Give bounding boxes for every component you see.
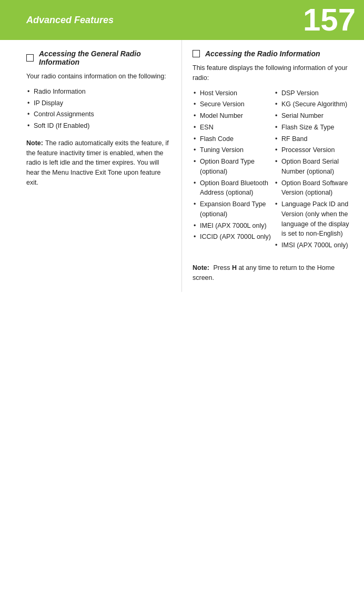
doc-icon-right bbox=[193, 50, 200, 57]
list-item: Control Assignments bbox=[26, 109, 173, 119]
doc-icon bbox=[26, 54, 34, 62]
page-title: Advanced Features bbox=[26, 15, 114, 26]
list-item: Serial Number bbox=[274, 111, 356, 121]
list-item: Language Pack ID and Version (only when … bbox=[274, 199, 356, 239]
list-item: Soft ID (If Enabled) bbox=[26, 121, 173, 131]
list-item: Model Number bbox=[193, 111, 274, 121]
note-label: Note: bbox=[26, 139, 43, 147]
list-item: Flash Code bbox=[193, 134, 274, 144]
list-item: Expansion Board Type (optional) bbox=[193, 199, 274, 219]
list-item: Option Board Serial Number (optional) bbox=[274, 157, 356, 177]
list-item: Host Version bbox=[193, 88, 274, 98]
list-item: RF Band bbox=[274, 134, 356, 144]
list-item: IMSI (APX 7000L only) bbox=[274, 240, 356, 250]
right-section-intro: This feature displays the following info… bbox=[193, 63, 356, 83]
list-item: IMEI (APX 7000L only) bbox=[193, 221, 274, 231]
list-item: Option Board Bluetooth Address (optional… bbox=[193, 178, 274, 198]
right-note-prefix: Press bbox=[213, 264, 231, 271]
content-area: Accessing the General Radio Information … bbox=[0, 40, 364, 292]
list-item: Flash Size & Type bbox=[274, 123, 356, 133]
right-bullet-list-col1: Host Version Secure Version Model Number… bbox=[193, 88, 274, 243]
right-two-col-lists: Host Version Secure Version Model Number… bbox=[193, 88, 356, 258]
list-item: Processor Version bbox=[274, 145, 356, 155]
right-col1: Host Version Secure Version Model Number… bbox=[193, 88, 274, 258]
list-item: Secure Version bbox=[193, 99, 274, 109]
page-number: 157 bbox=[303, 4, 356, 36]
left-note: Note:The radio automatically exits the f… bbox=[26, 138, 173, 188]
left-section-intro: Your radio contains information on the f… bbox=[26, 72, 173, 82]
list-item: KG (Secure Algorithm) bbox=[274, 99, 356, 109]
left-column: Accessing the General Radio Information … bbox=[0, 40, 182, 292]
list-item: Radio Information bbox=[26, 87, 173, 97]
list-item: ICCID (APX 7000L only) bbox=[193, 232, 274, 242]
right-note-label: Note: bbox=[193, 264, 209, 271]
note-text: The radio automatically exits the featur… bbox=[26, 139, 169, 186]
list-item: Tuning Version bbox=[193, 145, 274, 155]
page-header: Advanced Features 157 bbox=[0, 0, 364, 40]
list-item: Option Board Type (optional) bbox=[193, 157, 274, 177]
right-section-title: Accessing the Radio Information bbox=[193, 49, 356, 58]
list-item: DSP Version bbox=[274, 88, 356, 98]
list-item: IP Display bbox=[26, 98, 173, 108]
list-item: Option Board Software Version (optional) bbox=[274, 178, 356, 198]
right-column: Accessing the Radio Information This fea… bbox=[182, 40, 364, 292]
right-note: Note: Press H at any time to return to t… bbox=[193, 263, 356, 283]
list-item: ESN bbox=[193, 123, 274, 133]
right-note-key: H bbox=[232, 264, 237, 271]
right-col2: DSP Version KG (Secure Algorithm) Serial… bbox=[274, 88, 356, 258]
left-bullet-list: Radio Information IP Display Control Ass… bbox=[26, 87, 173, 131]
left-section-title: Accessing the General Radio Information bbox=[26, 49, 173, 66]
right-bullet-list-col2: DSP Version KG (Secure Algorithm) Serial… bbox=[274, 88, 356, 250]
